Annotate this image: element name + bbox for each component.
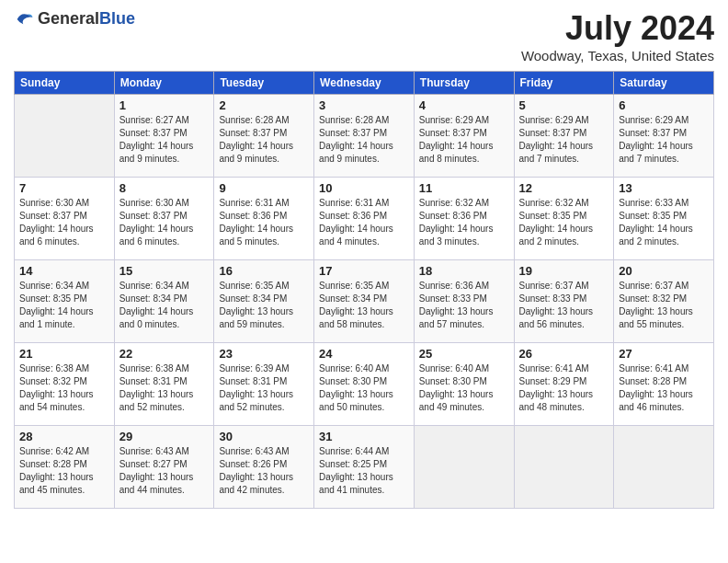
calendar-cell: 12Sunrise: 6:32 AM Sunset: 8:35 PM Dayli… — [514, 178, 614, 260]
day-number: 22 — [119, 347, 210, 361]
calendar-cell: 6Sunrise: 6:29 AM Sunset: 8:37 PM Daylig… — [614, 95, 714, 178]
calendar-cell: 25Sunrise: 6:40 AM Sunset: 8:30 PM Dayli… — [414, 343, 514, 426]
day-info: Sunrise: 6:29 AM Sunset: 8:37 PM Dayligh… — [519, 114, 609, 166]
calendar-cell: 19Sunrise: 6:37 AM Sunset: 8:33 PM Dayli… — [514, 260, 614, 343]
day-number: 13 — [619, 181, 709, 195]
day-number: 21 — [19, 347, 109, 361]
week-row-3: 14Sunrise: 6:34 AM Sunset: 8:35 PM Dayli… — [15, 260, 714, 343]
day-info: Sunrise: 6:38 AM Sunset: 8:31 PM Dayligh… — [119, 362, 210, 414]
calendar-cell: 24Sunrise: 6:40 AM Sunset: 8:30 PM Dayli… — [314, 343, 415, 426]
day-info: Sunrise: 6:31 AM Sunset: 8:36 PM Dayligh… — [319, 197, 409, 248]
calendar-cell: 4Sunrise: 6:29 AM Sunset: 8:37 PM Daylig… — [414, 95, 514, 178]
calendar-cell: 27Sunrise: 6:41 AM Sunset: 8:28 PM Dayli… — [614, 343, 714, 426]
day-info: Sunrise: 6:41 AM Sunset: 8:28 PM Dayligh… — [619, 362, 709, 414]
calendar-cell — [614, 426, 714, 509]
day-info: Sunrise: 6:40 AM Sunset: 8:30 PM Dayligh… — [419, 362, 509, 414]
calendar-cell: 2Sunrise: 6:28 AM Sunset: 8:37 PM Daylig… — [214, 95, 314, 178]
calendar-cell: 20Sunrise: 6:37 AM Sunset: 8:32 PM Dayli… — [614, 260, 714, 343]
day-number: 17 — [319, 264, 409, 278]
calendar-table: SundayMondayTuesdayWednesdayThursdayFrid… — [14, 71, 714, 509]
header-day-wednesday: Wednesday — [314, 72, 415, 95]
day-number: 14 — [19, 264, 109, 278]
day-number: 2 — [219, 98, 309, 112]
calendar-cell: 5Sunrise: 6:29 AM Sunset: 8:37 PM Daylig… — [514, 95, 614, 178]
day-info: Sunrise: 6:41 AM Sunset: 8:29 PM Dayligh… — [519, 362, 609, 414]
day-info: Sunrise: 6:44 AM Sunset: 8:25 PM Dayligh… — [319, 445, 409, 497]
day-number: 20 — [619, 264, 709, 278]
day-info: Sunrise: 6:29 AM Sunset: 8:37 PM Dayligh… — [419, 114, 509, 166]
calendar-cell: 14Sunrise: 6:34 AM Sunset: 8:35 PM Dayli… — [15, 260, 115, 343]
header-day-saturday: Saturday — [614, 72, 714, 95]
calendar-cell: 3Sunrise: 6:28 AM Sunset: 8:37 PM Daylig… — [314, 95, 415, 178]
calendar-cell: 17Sunrise: 6:35 AM Sunset: 8:34 PM Dayli… — [314, 260, 415, 343]
day-number: 8 — [119, 181, 210, 195]
logo-text: GeneralBlue — [38, 10, 135, 29]
header-day-tuesday: Tuesday — [214, 72, 314, 95]
day-number: 25 — [419, 347, 509, 361]
week-row-5: 28Sunrise: 6:42 AM Sunset: 8:28 PM Dayli… — [15, 426, 714, 509]
calendar-cell — [514, 426, 614, 509]
day-number: 28 — [19, 430, 109, 443]
week-row-1: 1Sunrise: 6:27 AM Sunset: 8:37 PM Daylig… — [15, 95, 714, 178]
day-number: 5 — [519, 98, 609, 112]
day-number: 15 — [119, 264, 210, 278]
logo: GeneralBlue — [14, 9, 135, 29]
logo-bird-icon — [14, 9, 34, 29]
location-subtitle: Woodway, Texas, United States — [521, 48, 714, 63]
calendar-cell: 29Sunrise: 6:43 AM Sunset: 8:27 PM Dayli… — [114, 426, 214, 509]
day-info: Sunrise: 6:28 AM Sunset: 8:37 PM Dayligh… — [319, 114, 409, 166]
header-day-monday: Monday — [114, 72, 214, 95]
calendar-cell: 21Sunrise: 6:38 AM Sunset: 8:32 PM Dayli… — [15, 343, 115, 426]
day-info: Sunrise: 6:43 AM Sunset: 8:27 PM Dayligh… — [119, 445, 210, 497]
day-info: Sunrise: 6:32 AM Sunset: 8:36 PM Dayligh… — [419, 197, 509, 248]
day-info: Sunrise: 6:34 AM Sunset: 8:34 PM Dayligh… — [119, 280, 210, 331]
day-info: Sunrise: 6:37 AM Sunset: 8:32 PM Dayligh… — [619, 280, 709, 331]
calendar-cell: 11Sunrise: 6:32 AM Sunset: 8:36 PM Dayli… — [414, 178, 514, 260]
day-number: 3 — [319, 98, 409, 112]
day-info: Sunrise: 6:36 AM Sunset: 8:33 PM Dayligh… — [419, 280, 509, 331]
day-info: Sunrise: 6:33 AM Sunset: 8:35 PM Dayligh… — [619, 197, 709, 248]
day-info: Sunrise: 6:29 AM Sunset: 8:37 PM Dayligh… — [619, 114, 709, 166]
day-info: Sunrise: 6:40 AM Sunset: 8:30 PM Dayligh… — [319, 362, 409, 414]
day-number: 31 — [319, 430, 409, 443]
calendar-cell: 28Sunrise: 6:42 AM Sunset: 8:28 PM Dayli… — [15, 426, 115, 509]
day-number: 27 — [619, 347, 709, 361]
day-number: 9 — [219, 181, 309, 195]
calendar-cell: 7Sunrise: 6:30 AM Sunset: 8:37 PM Daylig… — [15, 178, 115, 260]
day-number: 6 — [619, 98, 709, 112]
day-info: Sunrise: 6:31 AM Sunset: 8:36 PM Dayligh… — [219, 197, 309, 248]
calendar-cell: 31Sunrise: 6:44 AM Sunset: 8:25 PM Dayli… — [314, 426, 415, 509]
week-row-2: 7Sunrise: 6:30 AM Sunset: 8:37 PM Daylig… — [15, 178, 714, 260]
day-info: Sunrise: 6:34 AM Sunset: 8:35 PM Dayligh… — [19, 280, 109, 331]
day-number: 30 — [219, 430, 309, 443]
header-day-sunday: Sunday — [15, 72, 115, 95]
day-info: Sunrise: 6:37 AM Sunset: 8:33 PM Dayligh… — [519, 280, 609, 331]
day-info: Sunrise: 6:27 AM Sunset: 8:37 PM Dayligh… — [119, 114, 210, 166]
header: GeneralBlue July 2024 Woodway, Texas, Un… — [14, 9, 714, 63]
calendar-cell: 10Sunrise: 6:31 AM Sunset: 8:36 PM Dayli… — [314, 178, 415, 260]
calendar-header-row: SundayMondayTuesdayWednesdayThursdayFrid… — [15, 72, 714, 95]
day-number: 29 — [119, 430, 210, 443]
day-info: Sunrise: 6:42 AM Sunset: 8:28 PM Dayligh… — [19, 445, 109, 497]
header-day-friday: Friday — [514, 72, 614, 95]
calendar-cell — [414, 426, 514, 509]
day-number: 24 — [319, 347, 409, 361]
calendar-cell: 9Sunrise: 6:31 AM Sunset: 8:36 PM Daylig… — [214, 178, 314, 260]
day-number: 10 — [319, 181, 409, 195]
calendar-cell: 8Sunrise: 6:30 AM Sunset: 8:37 PM Daylig… — [114, 178, 214, 260]
day-number: 12 — [519, 181, 609, 195]
calendar-cell: 13Sunrise: 6:33 AM Sunset: 8:35 PM Dayli… — [614, 178, 714, 260]
header-day-thursday: Thursday — [414, 72, 514, 95]
day-number: 23 — [219, 347, 309, 361]
day-info: Sunrise: 6:28 AM Sunset: 8:37 PM Dayligh… — [219, 114, 309, 166]
day-number: 4 — [419, 98, 509, 112]
day-info: Sunrise: 6:35 AM Sunset: 8:34 PM Dayligh… — [319, 280, 409, 331]
day-info: Sunrise: 6:35 AM Sunset: 8:34 PM Dayligh… — [219, 280, 309, 331]
calendar-cell: 16Sunrise: 6:35 AM Sunset: 8:34 PM Dayli… — [214, 260, 314, 343]
day-info: Sunrise: 6:38 AM Sunset: 8:32 PM Dayligh… — [19, 362, 109, 414]
day-number: 18 — [419, 264, 509, 278]
day-info: Sunrise: 6:32 AM Sunset: 8:35 PM Dayligh… — [519, 197, 609, 248]
day-number: 16 — [219, 264, 309, 278]
calendar-cell — [15, 95, 115, 178]
calendar-cell: 15Sunrise: 6:34 AM Sunset: 8:34 PM Dayli… — [114, 260, 214, 343]
